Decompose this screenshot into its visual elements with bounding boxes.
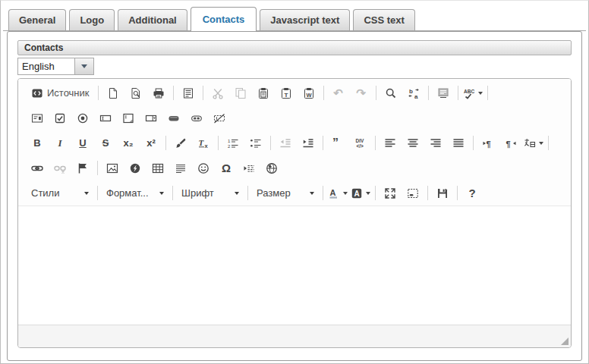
tab-logo[interactable]: Logo — [69, 9, 115, 30]
div-container-button[interactable]: DIV</> — [350, 133, 371, 153]
preview-icon — [130, 87, 142, 99]
page-break-button[interactable] — [238, 158, 260, 178]
text-direction-ltr-button[interactable]: ¶ — [477, 133, 499, 153]
tab-javascript-text[interactable]: Javascript text — [260, 9, 350, 30]
bulleted-list-button[interactable] — [245, 133, 266, 153]
chevron-down-icon — [159, 192, 164, 195]
cut-icon — [212, 87, 224, 99]
resize-handle-icon[interactable] — [561, 337, 569, 345]
spell-checker-button[interactable]: ABC — [462, 83, 483, 103]
maximize-button[interactable] — [380, 184, 401, 203]
pastetext-icon: T — [280, 87, 292, 99]
svg-text:¶: ¶ — [487, 139, 491, 148]
link-button[interactable] — [27, 158, 48, 178]
iframe-button[interactable] — [261, 158, 282, 178]
toolbar-separator — [270, 136, 271, 150]
horizontal-rule-button[interactable] — [170, 158, 191, 178]
align-right-button[interactable] — [425, 133, 446, 153]
templates-button[interactable] — [178, 83, 199, 103]
increase-indent-button[interactable] — [298, 133, 319, 153]
button-icon — [168, 112, 180, 124]
numbered-list-button[interactable]: 12 — [222, 133, 244, 153]
size-combo[interactable]: Размер — [252, 184, 319, 202]
language-select[interactable]: English — [17, 58, 94, 75]
toolbar-row: СтилиФормат...ШрифтРазмерAA? — [21, 180, 568, 206]
svg-text:A: A — [330, 188, 336, 197]
paste-button[interactable] — [253, 83, 274, 103]
smiley-button[interactable] — [193, 158, 214, 178]
textarea-button[interactable] — [118, 108, 139, 128]
image-button-button[interactable] — [186, 108, 207, 128]
editor-content[interactable] — [18, 206, 571, 325]
paste-from-word-button[interactable]: W — [298, 83, 320, 103]
numberedlist-icon: 12 — [227, 137, 239, 149]
show-blocks-button[interactable] — [402, 184, 424, 203]
font-combo[interactable]: Шрифт — [177, 184, 244, 202]
text-color-button[interactable]: A — [327, 184, 348, 203]
print-icon — [153, 87, 165, 99]
source-button[interactable]: Источник — [27, 83, 94, 103]
underline-button[interactable]: U — [72, 133, 93, 153]
newpage-icon — [107, 87, 119, 99]
remove-format-button[interactable]: Tx — [193, 133, 214, 153]
tab-css-text[interactable]: CSS text — [353, 9, 414, 30]
blockquote-button[interactable]: ” — [327, 133, 348, 153]
about-button[interactable]: ? — [461, 184, 483, 203]
table-icon — [152, 162, 164, 174]
copy-formatting-button[interactable] — [170, 133, 191, 153]
radio-button-button[interactable] — [72, 108, 93, 128]
toolbar-separator — [97, 186, 98, 200]
strikethrough-button[interactable]: S — [95, 133, 116, 153]
new-page-button[interactable] — [102, 83, 124, 103]
svg-text:W: W — [306, 92, 312, 99]
bold-button[interactable]: B — [27, 133, 48, 153]
pagebreak-icon — [243, 162, 255, 174]
paste-text-button[interactable]: T — [276, 83, 297, 103]
preview-button[interactable] — [125, 83, 146, 103]
save-button[interactable] — [432, 184, 453, 203]
chevron-down-icon — [366, 192, 370, 195]
text-field-button[interactable] — [95, 108, 116, 128]
select-all-button[interactable] — [433, 83, 454, 103]
background-color-button[interactable]: A — [350, 184, 371, 203]
superscript-button[interactable]: x² — [140, 133, 162, 153]
language-select-value[interactable]: English — [17, 58, 75, 75]
special-character-button[interactable]: Ω — [216, 158, 237, 178]
selection-field-button[interactable] — [140, 108, 162, 128]
textfield-icon — [99, 112, 112, 124]
tab-contacts[interactable]: Contacts — [191, 7, 257, 31]
panel-title: Contacts — [17, 40, 572, 55]
table-button[interactable] — [147, 158, 169, 178]
replace-button[interactable]: ba — [403, 83, 424, 103]
text-direction-rtl-button[interactable]: ¶ — [500, 133, 521, 153]
toolbar-separator — [487, 86, 488, 100]
format-combo[interactable]: Формат... — [102, 184, 169, 202]
sup-icon: x² — [145, 137, 157, 149]
subscript-button[interactable]: x₂ — [118, 133, 139, 153]
svg-text:a: a — [414, 93, 418, 99]
toolbar-row: Ω — [21, 155, 568, 180]
image-icon — [106, 162, 118, 174]
tab-general[interactable]: General — [8, 9, 66, 30]
find-button[interactable] — [380, 83, 402, 103]
align-left-button[interactable] — [380, 133, 401, 153]
styles-combo[interactable]: Стили — [27, 184, 93, 202]
image-button[interactable] — [102, 158, 123, 178]
language-button[interactable] — [523, 133, 544, 153]
anchor-button[interactable] — [72, 158, 93, 178]
language-dropdown-button[interactable] — [75, 58, 94, 75]
redo-button: ↷ — [351, 83, 372, 103]
align-center-button[interactable] — [402, 133, 424, 153]
form-button[interactable] — [27, 108, 48, 128]
flash-button[interactable] — [124, 158, 146, 178]
svg-text:1: 1 — [228, 138, 231, 143]
button-button[interactable] — [163, 108, 184, 128]
tab-additional[interactable]: Additional — [118, 9, 187, 30]
justify-block-button[interactable] — [448, 133, 469, 153]
textcolor-icon: A — [328, 187, 340, 199]
print-button[interactable] — [148, 83, 169, 103]
hidden-field-button[interactable] — [209, 108, 230, 128]
toolbar-separator — [376, 86, 376, 100]
checkbox-button[interactable] — [49, 108, 71, 128]
italic-button[interactable]: I — [49, 133, 71, 153]
